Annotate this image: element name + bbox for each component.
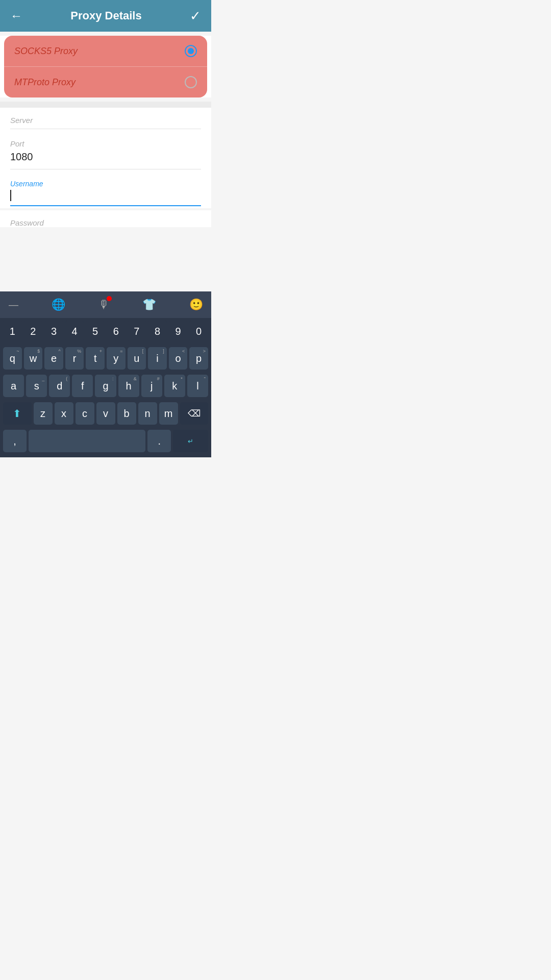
port-field[interactable]: Port 1080 [10,131,201,169]
key-y[interactable]: =y [107,347,126,370]
proxy-options-container: SOCKS5 Proxy MTProto Proxy [0,36,211,97]
socks5-option[interactable]: SOCKS5 Proxy [4,36,207,67]
header: ← Proxy Details ✓ [0,0,211,32]
key-p[interactable]: >p [189,347,208,370]
mtproto-option[interactable]: MTProto Proxy [4,67,207,97]
key-period[interactable]: . [147,430,171,452]
key-v[interactable]: v [96,402,115,425]
key-8[interactable]: 8 [148,321,167,342]
page-title: Proxy Details [22,9,190,22]
key-2[interactable]: 2 [24,321,43,342]
mic-dot [107,296,112,301]
shirt-icon[interactable]: 👕 [142,298,156,311]
key-q[interactable]: ~q [3,347,22,370]
zxcv-row: ⬆ z x c v b n m ⌫ [0,400,211,427]
key-a[interactable]: a [3,375,24,397]
key-9[interactable]: 9 [169,321,188,342]
form-section: Server Port 1080 Username [0,108,211,208]
key-0[interactable]: 0 [189,321,208,342]
port-value: 1080 [10,150,201,167]
back-button[interactable]: ← [10,9,22,23]
key-i[interactable]: ]i [148,347,167,370]
mtproto-label: MTProto Proxy [14,77,76,88]
globe-icon[interactable]: 🌐 [52,298,65,311]
backspace-key[interactable]: ⌫ [180,402,209,425]
enter-key[interactable]: ↵ [173,430,208,452]
key-d[interactable]: (d [49,375,70,397]
asdf-row: a _s (d f :g &h #j *k "l [0,372,211,400]
key-h[interactable]: &h [118,375,139,397]
key-f[interactable]: f [72,375,93,397]
key-b[interactable]: b [117,402,136,425]
key-t[interactable]: +t [86,347,105,370]
key-3[interactable]: 3 [44,321,63,342]
key-l[interactable]: "l [187,375,208,397]
server-label: Server [10,116,201,125]
key-g[interactable]: :g [95,375,116,397]
text-cursor [10,190,11,201]
mtproto-radio[interactable] [185,76,197,88]
keyboard: ⸻ 🌐 🎙 👕 🙂 1 2 3 4 5 6 7 8 9 0 ~q $w ^e %… [0,291,211,457]
key-5[interactable]: 5 [86,321,105,342]
key-comma[interactable]: , [3,430,27,452]
qwerty-row: ~q $w ^e %r +t =y [u ]i <o >p [0,345,211,372]
key-x[interactable]: x [55,402,73,425]
key-n[interactable]: n [138,402,157,425]
key-s[interactable]: _s [26,375,47,397]
key-4[interactable]: 4 [65,321,84,342]
server-field[interactable]: Server [10,108,201,129]
key-1[interactable]: 1 [3,321,22,342]
key-z[interactable]: z [34,402,53,425]
key-k[interactable]: *k [164,375,185,397]
number-row: 1 2 3 4 5 6 7 8 9 0 [0,318,211,345]
space-key[interactable] [29,430,145,452]
keyboard-toolbar: ⸻ 🌐 🎙 👕 🙂 [0,291,211,318]
socks5-label: SOCKS5 Proxy [14,46,78,57]
username-label: Username [10,180,201,188]
mic-button[interactable]: 🎙 [98,298,110,311]
key-c[interactable]: c [76,402,94,425]
key-o[interactable]: <o [169,347,188,370]
emoji-icon[interactable]: 🙂 [189,298,203,311]
key-w[interactable]: $w [24,347,43,370]
proxy-type-highlight: SOCKS5 Proxy MTProto Proxy [4,36,207,97]
space-row: , . ↵ [0,427,211,457]
key-6[interactable]: 6 [107,321,126,342]
username-underline [10,205,201,206]
password-section[interactable]: Password [0,210,211,227]
username-field[interactable]: Username [10,172,201,208]
key-u[interactable]: [u [128,347,146,370]
socks5-radio[interactable] [185,45,197,57]
confirm-button[interactable]: ✓ [190,8,201,24]
text-cursor-icon[interactable]: ⸻ [8,299,18,311]
key-7[interactable]: 7 [128,321,146,342]
port-label: Port [10,139,201,148]
shift-key[interactable]: ⬆ [3,402,32,425]
key-r[interactable]: %r [65,347,84,370]
password-label: Password [10,218,201,227]
section-divider [0,102,211,108]
key-m[interactable]: m [159,402,178,425]
key-j[interactable]: #j [141,375,162,397]
key-e[interactable]: ^e [44,347,63,370]
